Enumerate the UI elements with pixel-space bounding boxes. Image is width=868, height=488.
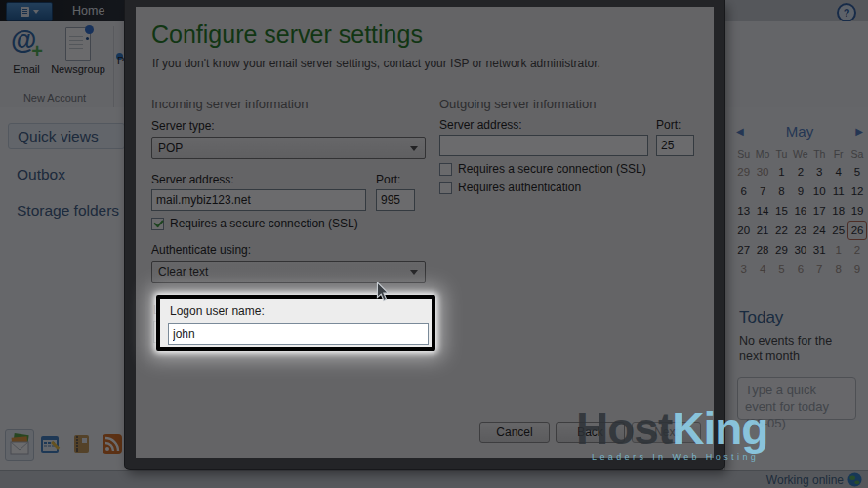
highlight-box: Logon user name: [156, 295, 435, 351]
mouse-cursor-icon [375, 282, 391, 302]
screen: Home ? Email Newsgroup P New Account Qui… [0, 0, 868, 488]
watermark-name-part2: King [672, 403, 767, 454]
watermark-name-part1: Host [576, 403, 672, 454]
watermark-tagline: Leaders In Web Hosting [592, 453, 767, 462]
highlight-logon-user-name-label: Logon user name: [170, 305, 265, 318]
highlight-logon-user-name-input[interactable] [168, 323, 429, 345]
watermark: HostKing Leaders In Web Hosting [576, 406, 767, 462]
